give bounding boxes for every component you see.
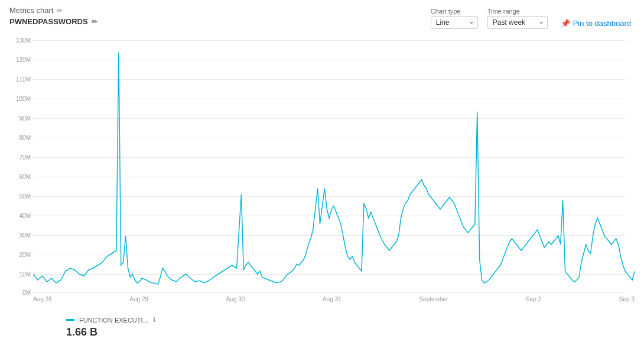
y-label-110m: 110M — [16, 76, 31, 82]
chart-type-select-wrapper[interactable]: Line Bar Scatter — [431, 16, 478, 29]
edit-title-icon[interactable]: ✏ — [57, 6, 63, 15]
pin-to-dashboard-button[interactable]: 📌 Pin to dashboard — [557, 17, 635, 30]
y-label-120m: 120M — [16, 56, 31, 63]
y-label-80m: 80M — [19, 134, 31, 141]
line-chart-svg — [33, 35, 635, 295]
x-label-aug28: Aug 28 — [33, 296, 52, 302]
pin-icon: 📌 — [561, 19, 570, 28]
edit-subtitle-icon[interactable]: ✏ — [92, 18, 97, 26]
y-label-130m: 130M — [16, 37, 31, 43]
x-label-aug31: Aug 31 — [323, 296, 341, 302]
chart-subtitle: PWNEDPASSWORDS — [9, 17, 88, 26]
y-axis: 130M 120M 110M 100M 90M 80M 70M 60M 50M … — [9, 35, 33, 295]
y-label-20m: 20M — [19, 251, 31, 258]
legend-color-swatch — [66, 319, 74, 321]
x-label-sep3: Sep 3 — [619, 296, 635, 302]
chart-type-control: Chart type Line Bar Scatter — [431, 8, 478, 29]
y-label-90m: 90M — [19, 115, 31, 121]
x-label-sep: September — [419, 296, 448, 302]
y-label-30m: 30M — [19, 232, 31, 238]
page-title: Metrics chart — [9, 6, 53, 15]
y-label-60m: 60M — [19, 173, 31, 180]
time-range-select-wrapper[interactable]: Past hour Past 6 hours Past day Past wee… — [487, 16, 548, 29]
x-axis: Aug 28 Aug 29 Aug 30 Aug 31 September Se… — [9, 295, 635, 302]
chart-container: 130M 120M 110M 100M 90M 80M 70M 60M 50M … — [0, 35, 644, 307]
svg-rect-0 — [33, 35, 635, 295]
y-label-10m: 10M — [19, 271, 31, 277]
info-icon[interactable]: ℹ — [153, 316, 155, 324]
subtitle-row: PWNEDPASSWORDS ✏ — [9, 17, 97, 26]
page-header: Metrics chart ✏ PWNEDPASSWORDS ✏ Chart t… — [0, 0, 644, 30]
y-label-50m: 50M — [19, 193, 31, 199]
time-range-control: Time range Past hour Past 6 hours Past d… — [487, 8, 548, 29]
pin-button-label: Pin to dashboard — [573, 19, 631, 28]
legend-series-name: FUNCTION EXECUTI... — [79, 317, 148, 324]
x-label-aug29: Aug 29 — [129, 296, 148, 302]
y-label-0m: 0M — [22, 289, 31, 295]
y-label-100m: 100M — [16, 95, 31, 102]
x-label-aug30: Aug 30 — [226, 296, 245, 302]
time-range-label: Time range — [487, 8, 520, 15]
chart-type-label: Chart type — [431, 8, 461, 15]
legend-row: FUNCTION EXECUTI... ℹ — [33, 310, 644, 326]
header-left: Metrics chart ✏ PWNEDPASSWORDS ✏ — [9, 6, 97, 26]
header-right: Chart type Line Bar Scatter Time range P… — [431, 6, 635, 30]
legend-value: 1.66 B — [33, 326, 644, 339]
time-range-select[interactable]: Past hour Past 6 hours Past day Past wee… — [487, 16, 548, 29]
chart-area-wrapper: 130M 120M 110M 100M 90M 80M 70M 60M 50M … — [9, 35, 635, 295]
y-label-40m: 40M — [19, 212, 31, 219]
title-row: Metrics chart ✏ — [9, 6, 97, 15]
chart-type-select[interactable]: Line Bar Scatter — [431, 16, 478, 29]
legend-area: FUNCTION EXECUTI... ℹ 1.66 B — [0, 307, 644, 339]
x-label-sep2: Sep 2 — [526, 296, 541, 302]
y-label-70m: 70M — [19, 154, 31, 160]
